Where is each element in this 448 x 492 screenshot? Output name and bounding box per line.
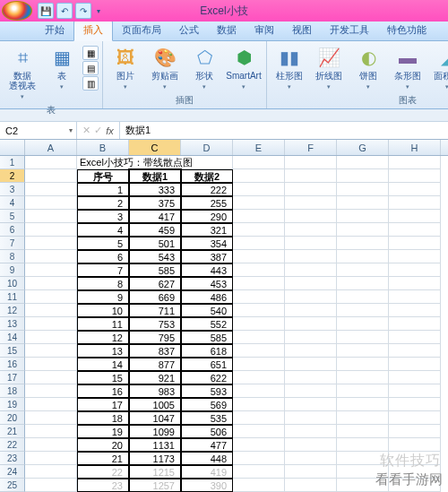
cell-G18[interactable]: [337, 384, 389, 398]
cell-C2[interactable]: 数据1: [129, 169, 181, 183]
cell-F21[interactable]: [285, 425, 337, 438]
cell-E9[interactable]: [233, 263, 285, 277]
cell-D16[interactable]: 651: [181, 358, 233, 371]
cell-D2[interactable]: 数据2: [181, 169, 233, 183]
cell-G14[interactable]: [337, 331, 389, 344]
cell-H19[interactable]: [389, 398, 441, 411]
cell-A11[interactable]: [25, 290, 77, 304]
cell-F24[interactable]: [285, 465, 337, 479]
row-header-8[interactable]: 8: [0, 250, 25, 263]
row-header-24[interactable]: 24: [0, 465, 25, 479]
tab-6[interactable]: 视图: [283, 21, 321, 40]
qat-dropdown-icon[interactable]: ▾: [94, 7, 103, 15]
cell-H14[interactable]: [389, 331, 441, 344]
bar-chart-button[interactable]: ▬条形图▾: [389, 43, 426, 93]
cell-C21[interactable]: 1099: [129, 425, 181, 438]
cell-B21[interactable]: 19: [77, 425, 129, 438]
cell-B22[interactable]: 20: [77, 438, 129, 452]
office-button[interactable]: [2, 1, 32, 21]
cell-C3[interactable]: 333: [129, 183, 181, 196]
col-header-B[interactable]: B: [77, 140, 129, 155]
col-header-E[interactable]: E: [233, 140, 285, 155]
row-header-16[interactable]: 16: [0, 358, 25, 371]
tab-0[interactable]: 开始: [36, 21, 73, 40]
cell-B20[interactable]: 18: [77, 411, 129, 425]
cell-H16[interactable]: [389, 358, 441, 371]
cell-A1[interactable]: [25, 156, 77, 169]
row-header-12[interactable]: 12: [0, 304, 25, 317]
area-chart-button[interactable]: ◢面积图▾: [428, 43, 448, 93]
cell-D7[interactable]: 354: [181, 237, 233, 250]
tab-4[interactable]: 数据: [208, 21, 246, 40]
cell-E14[interactable]: [233, 331, 285, 344]
cell-F1[interactable]: [285, 156, 337, 169]
cell-B11[interactable]: 9: [77, 290, 129, 304]
cell-E4[interactable]: [233, 196, 285, 210]
table-button[interactable]: ▦表▾: [43, 43, 81, 93]
cell-G21[interactable]: [337, 425, 389, 438]
pivot-button[interactable]: ⌗数据透视表▾: [4, 43, 41, 103]
cell-D12[interactable]: 540: [181, 304, 233, 317]
cell-G10[interactable]: [337, 277, 389, 290]
col-header-D[interactable]: D: [181, 140, 233, 155]
cell-A3[interactable]: [25, 183, 77, 196]
line-chart-button[interactable]: 📈折线图▾: [310, 43, 348, 93]
cell-B13[interactable]: 11: [77, 317, 129, 331]
cell-F20[interactable]: [285, 411, 337, 425]
cell-C8[interactable]: 543: [129, 250, 181, 263]
tab-1[interactable]: 插入: [73, 20, 113, 41]
cell-G1[interactable]: [337, 156, 389, 169]
cell-D11[interactable]: 486: [181, 290, 233, 304]
row-header-20[interactable]: 20: [0, 411, 25, 425]
cell-B17[interactable]: 15: [77, 371, 129, 384]
cell-A18[interactable]: [25, 384, 77, 398]
row-header-25[interactable]: 25: [0, 479, 25, 492]
cell-F17[interactable]: [285, 371, 337, 384]
select-all-corner[interactable]: [0, 140, 25, 155]
cell-B15[interactable]: 13: [77, 344, 129, 358]
cell-A4[interactable]: [25, 196, 77, 210]
cell-B18[interactable]: 16: [77, 384, 129, 398]
cell-C5[interactable]: 417: [129, 210, 181, 223]
cell-G13[interactable]: [337, 317, 389, 331]
cell-H3[interactable]: [389, 183, 441, 196]
qat-redo-button[interactable]: ↷: [75, 3, 91, 19]
shapes-button[interactable]: ⬠形状▾: [185, 43, 223, 93]
cell-F16[interactable]: [285, 358, 337, 371]
cell-H12[interactable]: [389, 304, 441, 317]
clipart-button[interactable]: 🎨剪贴画▾: [146, 43, 184, 93]
row-header-15[interactable]: 15: [0, 344, 25, 358]
cell-G5[interactable]: [337, 210, 389, 223]
cell-A19[interactable]: [25, 398, 77, 411]
row-header-18[interactable]: 18: [0, 384, 25, 398]
cell-F13[interactable]: [285, 317, 337, 331]
cell-A16[interactable]: [25, 358, 77, 371]
tab-7[interactable]: 开发工具: [321, 21, 378, 40]
tab-5[interactable]: 审阅: [246, 21, 283, 40]
cell-G19[interactable]: [337, 398, 389, 411]
cell-D19[interactable]: 569: [181, 398, 233, 411]
cell-B8[interactable]: 6: [77, 250, 129, 263]
cell-E6[interactable]: [233, 223, 285, 237]
cell-F25[interactable]: [285, 479, 337, 492]
cell-G20[interactable]: [337, 411, 389, 425]
cell-F5[interactable]: [285, 210, 337, 223]
cell-C18[interactable]: 983: [129, 384, 181, 398]
cell-C11[interactable]: 669: [129, 290, 181, 304]
cell-E19[interactable]: [233, 398, 285, 411]
cell-C7[interactable]: 501: [129, 237, 181, 250]
row-header-19[interactable]: 19: [0, 398, 25, 411]
formula-input[interactable]: 数据1: [120, 122, 448, 139]
cell-E25[interactable]: [233, 479, 285, 492]
cell-B2[interactable]: 序号: [77, 169, 129, 183]
cell-E3[interactable]: [233, 183, 285, 196]
cell-H13[interactable]: [389, 317, 441, 331]
cell-D15[interactable]: 618: [181, 344, 233, 358]
cell-E11[interactable]: [233, 290, 285, 304]
cell-A10[interactable]: [25, 277, 77, 290]
cell-B23[interactable]: 21: [77, 452, 129, 465]
row-header-11[interactable]: 11: [0, 290, 25, 304]
cell-A21[interactable]: [25, 425, 77, 438]
cell-B6[interactable]: 4: [77, 223, 129, 237]
cell-F10[interactable]: [285, 277, 337, 290]
